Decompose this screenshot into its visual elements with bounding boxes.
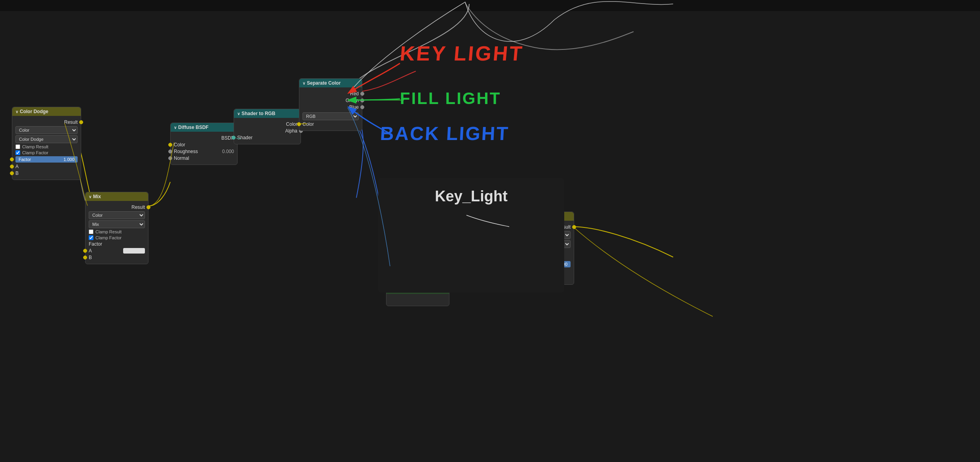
factor-value: 1.000 <box>63 157 74 162</box>
diffuse-chevron-icon: ∨ <box>174 125 177 130</box>
red-label: Red <box>350 91 359 97</box>
mix-b-socket[interactable] <box>83 256 87 259</box>
diffuse-bsdf-node: ∨ Diffuse BSDF BSDF Color Roughness 0.00… <box>170 123 238 165</box>
separate-color-chevron-icon: ∨ <box>303 81 305 85</box>
a-row: A <box>15 164 78 169</box>
color-dodge-node: ∨ Color Dodge Result Color Color Dodge C… <box>12 107 81 180</box>
diffuse-header: ∨ Diffuse BSDF <box>171 123 237 132</box>
normal-row: Normal <box>174 155 234 161</box>
back-light-annotation: BACK LIGHT <box>380 123 510 144</box>
result-socket[interactable] <box>79 120 83 124</box>
factor-input-socket[interactable] <box>10 157 14 161</box>
result-label: Result <box>64 119 78 125</box>
blue-output-row: Blue <box>303 104 359 110</box>
roughness-socket[interactable] <box>168 150 172 153</box>
factor-button[interactable]: Factor 1.000 <box>15 156 78 163</box>
mix-a-label: A <box>89 248 92 254</box>
multiply-result-socket[interactable] <box>572 225 576 229</box>
mix-node: ∨ Mix Result Color Mix Clamp Result Clam… <box>85 192 148 264</box>
shader-input-row: Shader <box>237 135 297 140</box>
mix-mode-dropdown[interactable]: Mix <box>89 220 145 228</box>
mix-color-dropdown[interactable]: Color <box>89 211 145 219</box>
green-socket[interactable] <box>360 98 364 102</box>
mix-result-row: Result <box>89 204 145 210</box>
top-bar <box>0 0 980 11</box>
clamp-factor-label: Clamp Factor <box>22 150 48 155</box>
mix-clamp-result-checkbox[interactable] <box>89 229 93 234</box>
clamp-factor-checkbox[interactable] <box>15 150 20 155</box>
red-socket[interactable] <box>360 92 364 96</box>
blue-socket[interactable] <box>360 105 364 109</box>
green-output-row: Green <box>303 98 359 103</box>
b-label: B <box>15 170 19 176</box>
mix-title: Mix <box>93 194 101 199</box>
key-light-panel: Key_Light <box>378 178 564 293</box>
mix-clamp-factor-row: Clamp Factor <box>89 235 145 240</box>
mix-clamp-factor-checkbox[interactable] <box>89 235 93 240</box>
shader-in-socket[interactable] <box>232 136 236 140</box>
separate-color-in-label: Color <box>303 121 314 127</box>
color-dropdown-row: Color <box>15 126 78 134</box>
normal-socket[interactable] <box>168 156 172 160</box>
factor-label: Factor <box>19 157 31 162</box>
key-light-annotation: KEY LIGHT <box>399 42 525 65</box>
color-dropdown[interactable]: Color <box>15 126 78 134</box>
back-light-text: BACK LIGHT <box>380 123 510 144</box>
diffuse-color-label: Color <box>174 142 185 148</box>
mix-result-socket[interactable] <box>147 205 150 209</box>
clamp-result-checkbox[interactable] <box>15 144 20 149</box>
green-label: Green <box>346 98 359 103</box>
shader-color-output-row: Color <box>237 121 297 127</box>
b-row: B <box>15 170 78 176</box>
mix-b-label: B <box>89 255 92 260</box>
b-socket[interactable] <box>10 171 14 175</box>
fill-light-annotation: FILL LIGHT <box>400 89 501 108</box>
roughness-label: Roughness <box>174 149 198 154</box>
separate-color-title: Separate Color <box>307 80 341 86</box>
separate-rgb-dropdown[interactable]: RGB <box>303 112 359 120</box>
bsdf-output-row: BSDF <box>174 135 234 141</box>
factor-row: Factor 1.000 <box>15 156 78 163</box>
roughness-value: 0.000 <box>222 149 234 154</box>
mix-b-row: B <box>89 255 145 260</box>
mode-dropdown[interactable]: Color Dodge <box>15 135 78 143</box>
separate-rgb-dropdown-row: RGB <box>303 112 359 120</box>
shader-color-out-label: Color <box>286 121 297 127</box>
separate-color-in-socket[interactable] <box>297 122 301 126</box>
key-light-text: KEY LIGHT <box>399 42 524 65</box>
fill-light-text: FILL LIGHT <box>400 89 501 108</box>
mix-a-input[interactable] <box>123 248 145 254</box>
color-dodge-title: Color Dodge <box>20 109 48 114</box>
a-socket[interactable] <box>10 165 14 169</box>
normal-label: Normal <box>174 155 189 161</box>
red-output-row: Red <box>303 91 359 97</box>
blue-label: Blue <box>349 104 359 110</box>
shader-alpha-output-row: Alpha <box>237 128 297 134</box>
diffuse-title: Diffuse BSDF <box>178 125 209 130</box>
mix-clamp-result-label: Clamp Result <box>95 229 122 234</box>
mix-a-row: A <box>89 248 145 254</box>
clamp-result-label: Clamp Result <box>22 144 48 149</box>
shader-rgb-title: Shader to RGB <box>242 111 275 116</box>
result-row: Result <box>15 119 78 125</box>
clamp-result-row: Clamp Result <box>15 144 78 149</box>
mix-header: ∨ Mix <box>86 192 148 201</box>
mode-dropdown-row: Color Dodge <box>15 135 78 143</box>
shader-alpha-out-label: Alpha <box>285 128 297 134</box>
clamp-factor-row: Clamp Factor <box>15 150 78 155</box>
mix-a-socket[interactable] <box>83 249 87 253</box>
mix-color-dropdown-row: Color <box>89 211 145 219</box>
shader-rgb-header: ∨ Shader to RGB <box>234 109 301 118</box>
shader-rgb-chevron-icon: ∨ <box>237 112 240 116</box>
separate-color-header: ∨ Separate Color <box>299 79 362 87</box>
diffuse-color-row: Color <box>174 142 234 148</box>
shader-to-rgb-node: ∨ Shader to RGB Color Alpha Shader <box>234 109 301 144</box>
separate-color-node: ∨ Separate Color Red Green Blue RGB Colo… <box>299 78 362 131</box>
shader-in-label: Shader <box>237 135 253 140</box>
mix-clamp-factor-label: Clamp Factor <box>95 235 122 240</box>
a-label: A <box>15 164 19 169</box>
key-light-title: Key_Light <box>435 188 508 205</box>
diffuse-color-socket[interactable] <box>168 143 172 147</box>
mix-factor-row: Factor <box>89 241 145 247</box>
chevron-icon: ∨ <box>15 110 18 114</box>
